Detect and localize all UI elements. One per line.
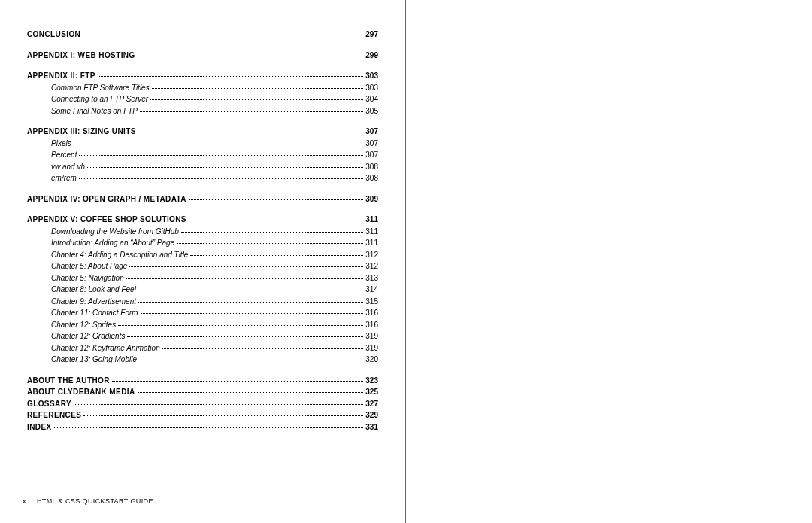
toc-line: Chapter 12: Gradients319 <box>27 330 378 342</box>
toc-sub-page: 312 <box>365 260 378 272</box>
toc-end-section: ABOUT THE AUTHOR323ABOUT CLYDEBANK MEDIA… <box>27 375 378 433</box>
dot-leader <box>138 392 364 393</box>
toc-chapter-page: 325 <box>365 386 378 398</box>
toc-line: Connecting to an FTP Server304 <box>27 93 378 105</box>
toc-line: Chapter 13: Going Mobile320 <box>27 354 378 366</box>
dot-leader <box>181 232 363 233</box>
toc-line: Downloading the Website from GitHub311 <box>27 226 378 238</box>
dot-leader <box>138 132 363 132</box>
toc-line: ABOUT CLYDEBANK MEDIA325 <box>27 386 378 398</box>
dot-leader <box>162 348 364 349</box>
toc-line: APPENDIX I: WEB HOSTING299 <box>27 50 378 62</box>
dot-leader <box>112 381 363 382</box>
toc-line: Pixels307 <box>27 138 378 150</box>
toc-line: Percent307 <box>27 149 378 161</box>
right-page <box>406 0 812 523</box>
toc-line: APPENDIX V: COFFEE SHOP SOLUTIONS311 <box>27 214 378 226</box>
dot-leader <box>74 404 363 405</box>
dot-leader <box>118 325 363 326</box>
page-footer: x HTML & CSS QUICKSTART GUIDE <box>23 497 153 505</box>
dot-leader <box>139 360 363 360</box>
dot-leader <box>140 111 363 112</box>
toc-sub-title: Pixels <box>51 138 71 150</box>
toc-line: vw and vh308 <box>27 161 378 173</box>
toc-chapter-title: CONCLUSION <box>27 29 80 41</box>
page-number: x <box>23 497 26 505</box>
dot-leader <box>177 243 363 244</box>
dot-leader <box>74 144 364 144</box>
toc-sub-page: 311 <box>365 237 378 249</box>
toc-chapter-page: 309 <box>365 193 378 205</box>
toc-chapter-page: 323 <box>365 375 378 387</box>
toc-sub-title: Percent <box>51 149 77 161</box>
toc-line: Chapter 4: Adding a Description and Titl… <box>27 249 378 261</box>
toc-sub-page: 319 <box>365 330 378 342</box>
toc-chapter-title: INDEX <box>27 421 52 433</box>
dot-leader <box>190 255 363 256</box>
toc-sub-page: 312 <box>365 249 378 261</box>
toc-line: APPENDIX III: SIZING UNITS307 <box>27 126 378 138</box>
toc-line: Chapter 11: Contact Form316 <box>27 307 378 319</box>
toc-chapter-title: ABOUT THE AUTHOR <box>27 375 110 387</box>
dot-leader <box>79 178 363 179</box>
toc-line: CONCLUSION297 <box>27 29 378 41</box>
toc-chapter-page: 311 <box>365 214 378 226</box>
dot-leader <box>138 302 363 303</box>
dot-leader <box>150 99 363 100</box>
toc-sub-page: 303 <box>365 82 378 94</box>
dot-leader <box>152 88 364 89</box>
toc-line: Introduction: Adding an “About” Page311 <box>27 237 378 249</box>
toc-sub-page: 313 <box>365 272 378 284</box>
toc-sub-title: Chapter 9: Advertisement <box>51 296 136 308</box>
dot-leader <box>98 76 363 77</box>
toc-section: APPENDIX V: COFFEE SHOP SOLUTIONS311Down… <box>27 214 378 366</box>
dot-leader <box>79 155 363 156</box>
toc-line: Common FTP Software Titles303 <box>27 82 378 94</box>
toc-sub-page: 316 <box>365 319 378 331</box>
toc-line: REFERENCES329 <box>27 409 378 421</box>
toc-chapter-page: 329 <box>365 409 378 421</box>
toc-sub-page: 305 <box>365 105 378 117</box>
toc-line: Chapter 8: Look and Feel314 <box>27 284 378 296</box>
toc-line: Chapter 5: Navigation313 <box>27 272 378 284</box>
dot-leader <box>126 278 364 279</box>
toc-chapter-title: APPENDIX II: FTP <box>27 70 95 82</box>
toc-sub-page: 320 <box>365 354 378 366</box>
toc-chapter-title: APPENDIX V: COFFEE SHOP SOLUTIONS <box>27 214 186 226</box>
toc-sub-title: Chapter 11: Contact Form <box>51 307 138 319</box>
toc-sub-title: Chapter 5: Navigation <box>51 272 124 284</box>
toc-chapter-page: 331 <box>365 421 378 433</box>
toc-chapter-title: APPENDIX IV: OPEN GRAPH / METADATA <box>27 193 186 205</box>
left-page: CONCLUSION297APPENDIX I: WEB HOSTING299A… <box>0 0 406 523</box>
toc-section: APPENDIX IV: OPEN GRAPH / METADATA309 <box>27 193 378 205</box>
toc-sub-title: Some Final Notes on FTP <box>51 105 138 117</box>
toc-line: ABOUT THE AUTHOR323 <box>27 375 378 387</box>
toc-sub-title: vw and vh <box>51 161 85 173</box>
toc-section: CONCLUSION297 <box>27 29 378 41</box>
toc-chapter-title: GLOSSARY <box>27 398 71 410</box>
toc-sub-page: 308 <box>365 161 378 173</box>
dot-leader <box>141 313 364 314</box>
toc-chapter-page: 299 <box>365 50 378 62</box>
toc-chapter-title: APPENDIX I: WEB HOSTING <box>27 50 135 62</box>
toc-content: CONCLUSION297APPENDIX I: WEB HOSTING299A… <box>27 29 378 433</box>
toc-sub-title: Connecting to an FTP Server <box>51 93 148 105</box>
dot-leader <box>138 290 363 290</box>
dot-leader <box>138 56 364 56</box>
toc-chapter-page: 307 <box>365 126 378 138</box>
toc-chapter-title: REFERENCES <box>27 409 81 421</box>
dot-leader <box>83 35 363 35</box>
toc-line: APPENDIX II: FTP303 <box>27 70 378 82</box>
toc-sub-title: Introduction: Adding an “About” Page <box>51 237 174 249</box>
toc-sub-title: Common FTP Software Titles <box>51 82 150 94</box>
toc-line: Chapter 12: Keyframe Animation319 <box>27 342 378 354</box>
toc-chapter-page: 297 <box>365 29 378 41</box>
toc-sub-title: Downloading the Website from GitHub <box>51 226 179 238</box>
dot-leader <box>87 167 363 168</box>
page-spread: CONCLUSION297APPENDIX I: WEB HOSTING299A… <box>0 0 812 523</box>
toc-sub-page: 314 <box>365 284 378 296</box>
toc-section: APPENDIX II: FTP303Common FTP Software T… <box>27 70 378 117</box>
toc-sub-title: Chapter 12: Keyframe Animation <box>51 342 160 354</box>
toc-chapter-title: APPENDIX III: SIZING UNITS <box>27 126 136 138</box>
toc-sub-page: 307 <box>365 149 378 161</box>
